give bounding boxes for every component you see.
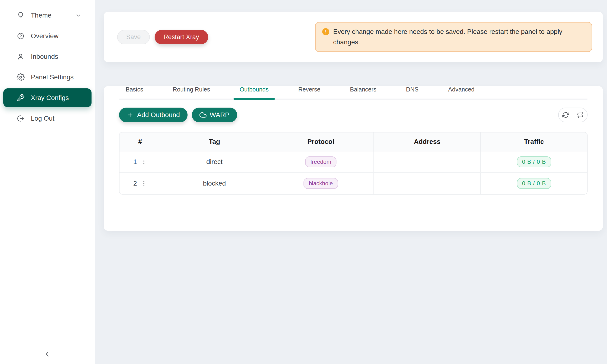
tab-advanced[interactable]: Advanced <box>448 86 475 100</box>
sidebar-item-label: Log Out <box>31 115 54 122</box>
actions-card: Save Restart Xray Every change made here… <box>104 12 603 62</box>
sidebar-item-label: Inbounds <box>31 53 58 60</box>
sidebar-item-label: Theme <box>31 12 52 19</box>
sidebar-item-inbounds[interactable]: Inbounds <box>3 47 92 66</box>
table-actions-group <box>558 108 588 122</box>
sidebar-collapse-button[interactable] <box>41 347 54 361</box>
sidebar-item-xray-configs[interactable]: Xray Configs <box>3 88 92 107</box>
restart-xray-button[interactable]: Restart Xray <box>155 30 208 44</box>
sidebar-item-label: Overview <box>31 32 59 40</box>
repeat-icon <box>577 112 583 118</box>
chevron-down-icon <box>75 12 81 18</box>
chevron-left-icon <box>44 351 51 358</box>
add-outbound-button[interactable]: Add Outbound <box>119 108 187 122</box>
address-cell <box>374 151 481 173</box>
warp-label: WARP <box>210 111 229 119</box>
save-button[interactable]: Save <box>117 30 150 44</box>
warning-alert-text: Every change made here needs to be saved… <box>333 26 585 47</box>
column-header-num: # <box>119 132 161 151</box>
protocol-cell: freedom <box>268 151 374 173</box>
column-header-tag: Tag <box>161 132 268 151</box>
protocol-badge: freedom <box>305 156 336 167</box>
tab-dns[interactable]: DNS <box>406 86 419 100</box>
repeat-button[interactable] <box>573 108 587 122</box>
refresh-icon <box>562 112 569 118</box>
tab-outbounds[interactable]: Outbounds <box>240 86 269 100</box>
vertical-ellipsis-icon[interactable] <box>141 159 147 165</box>
exclamation-circle-icon <box>322 28 329 35</box>
table-row: 1 direct freedom 0 B / 0 B <box>119 151 587 173</box>
row-number: 2 <box>133 180 137 187</box>
tab-routing-rules[interactable]: Routing Rules <box>173 86 210 100</box>
num-cell: 2 <box>119 173 161 194</box>
config-tabs: Basics Routing Rules Outbounds Reverse B… <box>119 86 588 100</box>
tab-track <box>119 99 588 100</box>
tab-balancers[interactable]: Balancers <box>350 86 376 100</box>
logout-icon <box>17 115 25 122</box>
traffic-cell: 0 B / 0 B <box>481 151 587 173</box>
gauge-icon <box>17 32 25 40</box>
protocol-cell: blackhole <box>268 173 374 194</box>
wrench-icon <box>17 94 25 102</box>
address-cell <box>374 173 481 194</box>
cloud-icon <box>199 111 207 118</box>
column-header-traffic: Traffic <box>481 132 587 151</box>
vertical-ellipsis-icon[interactable] <box>141 180 147 186</box>
xray-config-card: Basics Routing Rules Outbounds Reverse B… <box>104 86 603 231</box>
plus-icon <box>127 111 134 118</box>
sidebar-item-label: Panel Settings <box>31 74 74 81</box>
outbounds-table: # Tag Protocol Address Traffic 1 <box>119 132 588 195</box>
gear-icon <box>17 73 25 81</box>
tag-cell: blocked <box>161 173 268 194</box>
sidebar-item-overview[interactable]: Overview <box>3 26 92 45</box>
sidebar-nav: Theme Overview Inbounds Panel Settings <box>0 6 95 128</box>
add-outbound-label: Add Outbound <box>137 111 180 119</box>
num-cell: 1 <box>119 151 161 173</box>
warning-alert: Every change made here needs to be saved… <box>315 22 592 52</box>
traffic-badge: 0 B / 0 B <box>517 156 551 167</box>
sidebar-item-panel-settings[interactable]: Panel Settings <box>3 68 92 87</box>
row-number: 1 <box>133 158 137 166</box>
column-header-protocol: Protocol <box>268 132 374 151</box>
sidebar-item-theme[interactable]: Theme <box>3 6 92 25</box>
warp-button[interactable]: WARP <box>192 108 237 122</box>
main-content: Save Restart Xray Every change made here… <box>95 0 607 364</box>
sidebar-item-label: Xray Configs <box>31 94 69 102</box>
refresh-button[interactable] <box>559 108 573 122</box>
column-header-address: Address <box>374 132 481 151</box>
outbounds-toolbar: Add Outbound WARP <box>119 108 588 122</box>
traffic-cell: 0 B / 0 B <box>481 173 587 194</box>
sidebar-item-log-out[interactable]: Log Out <box>3 109 92 128</box>
traffic-badge: 0 B / 0 B <box>517 178 551 189</box>
person-icon <box>17 52 25 61</box>
protocol-badge: blackhole <box>304 178 338 189</box>
tab-basics[interactable]: Basics <box>126 86 143 100</box>
lightbulb-icon <box>17 11 25 19</box>
sidebar: Theme Overview Inbounds Panel Settings <box>0 0 95 364</box>
tag-cell: direct <box>161 151 268 173</box>
table-row: 2 blocked blackhole 0 B / 0 <box>119 173 587 194</box>
tab-reverse[interactable]: Reverse <box>298 86 320 100</box>
